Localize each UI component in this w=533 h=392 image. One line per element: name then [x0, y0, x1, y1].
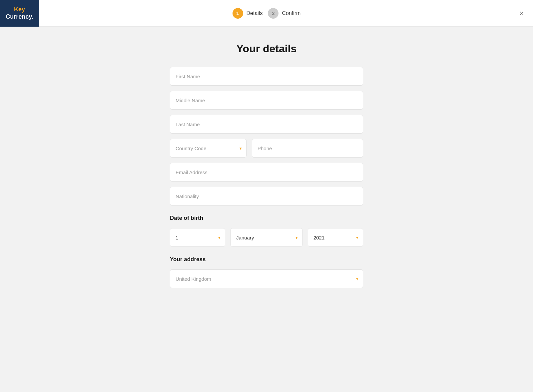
nationality-input[interactable] — [170, 187, 363, 205]
main-content: Your details Country Code 🇬🇧 +44 🇺🇸 +1 🇩… — [0, 27, 533, 315]
header: Key Currency. 1 Details 2 Confirm × — [0, 0, 533, 27]
form-container: Country Code 🇬🇧 +44 🇺🇸 +1 🇩🇪 +49 ▾ Date … — [170, 67, 363, 288]
step-details[interactable]: 1 Details — [233, 8, 263, 19]
logo-currency: Currency. — [6, 13, 33, 20]
last-name-input[interactable] — [170, 115, 363, 134]
dob-month-select[interactable]: January February March April May June Ju… — [231, 228, 302, 247]
step-details-label: Details — [247, 10, 263, 16]
step-confirm[interactable]: 2 Confirm — [268, 8, 300, 19]
address-country-wrapper: United Kingdom United States Germany Fra… — [170, 269, 363, 288]
page-title: Your details — [237, 43, 297, 55]
dob-day-wrapper: 1 2 3 4 5 6 7 8 9 10 11 12 13 14 15 16 1 — [170, 228, 225, 247]
logo: Key Currency. — [0, 0, 39, 27]
dob-year-wrapper: 2021 2020 2019 2018 2000 1990 1980 ▾ — [308, 228, 363, 247]
dob-month-wrapper: January February March April May June Ju… — [231, 228, 302, 247]
step-confirm-label: Confirm — [282, 10, 300, 16]
close-button[interactable]: × — [519, 10, 524, 17]
address-label: Your address — [170, 256, 363, 263]
dob-label: Date of birth — [170, 215, 363, 221]
country-code-wrapper: Country Code 🇬🇧 +44 🇺🇸 +1 🇩🇪 +49 ▾ — [170, 139, 247, 158]
middle-name-input[interactable] — [170, 91, 363, 110]
step-confirm-circle: 2 — [268, 8, 278, 19]
dob-row: 1 2 3 4 5 6 7 8 9 10 11 12 13 14 15 16 1 — [170, 228, 363, 247]
first-name-input[interactable] — [170, 67, 363, 86]
address-country-select[interactable]: United Kingdom United States Germany Fra… — [170, 269, 363, 288]
country-code-select[interactable]: Country Code 🇬🇧 +44 🇺🇸 +1 🇩🇪 +49 — [170, 139, 247, 158]
dob-day-select[interactable]: 1 2 3 4 5 6 7 8 9 10 11 12 13 14 15 16 1 — [170, 228, 225, 247]
email-input[interactable] — [170, 163, 363, 182]
phone-row: Country Code 🇬🇧 +44 🇺🇸 +1 🇩🇪 +49 ▾ — [170, 139, 363, 158]
logo-key: Key — [14, 6, 25, 13]
phone-input[interactable] — [252, 139, 363, 158]
step-details-circle: 1 — [233, 8, 243, 19]
stepper: 1 Details 2 Confirm — [233, 8, 301, 19]
dob-year-select[interactable]: 2021 2020 2019 2018 2000 1990 1980 — [308, 228, 363, 247]
